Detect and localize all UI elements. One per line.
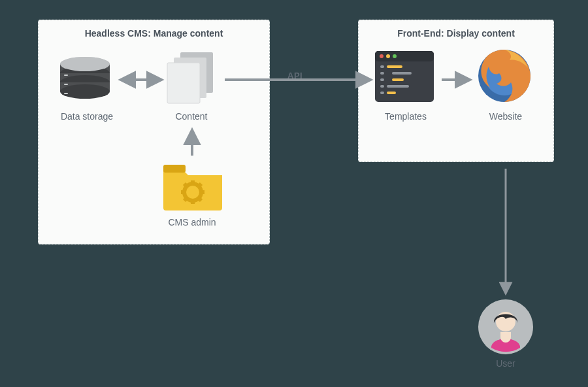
svg-point-7 <box>60 57 110 71</box>
documents-icon <box>165 51 220 107</box>
panel-headless-cms-title: Headless CMS: Manage content <box>39 28 269 39</box>
svg-rect-32 <box>380 72 384 75</box>
svg-rect-36 <box>380 85 384 88</box>
svg-rect-9 <box>64 84 68 85</box>
svg-rect-30 <box>380 65 384 68</box>
svg-rect-34 <box>380 78 384 81</box>
svg-line-23 <box>199 184 201 186</box>
svg-rect-14 <box>163 165 186 173</box>
svg-point-6 <box>60 84 110 99</box>
templates-label: Templates <box>370 111 442 122</box>
svg-point-29 <box>393 54 397 58</box>
svg-line-20 <box>184 184 187 186</box>
content-label: Content <box>162 111 221 122</box>
folder-gear-icon <box>161 161 225 212</box>
cms-admin-label: CMS admin <box>159 217 225 227</box>
svg-point-28 <box>386 54 390 58</box>
code-editor-icon <box>375 51 434 102</box>
svg-rect-38 <box>380 92 384 94</box>
api-label: API <box>287 71 302 80</box>
svg-rect-35 <box>392 78 404 81</box>
svg-rect-39 <box>387 92 396 94</box>
data-storage-label: Data storage <box>51 111 123 122</box>
user-label: User <box>473 358 538 369</box>
svg-rect-37 <box>387 85 409 88</box>
user-avatar-icon <box>478 299 533 354</box>
svg-point-24 <box>189 189 196 195</box>
svg-rect-13 <box>167 63 200 103</box>
panel-headless-cms: Headless CMS: Manage content <box>38 20 270 244</box>
svg-point-27 <box>380 54 384 58</box>
svg-rect-10 <box>64 93 68 94</box>
svg-rect-8 <box>64 75 68 76</box>
browser-icon <box>476 47 533 105</box>
svg-line-22 <box>184 198 187 201</box>
svg-rect-31 <box>387 65 402 68</box>
database-icon <box>57 56 112 105</box>
panel-front-end-title: Front-End: Display content <box>359 28 553 39</box>
website-label: Website <box>473 111 538 122</box>
svg-rect-26 <box>375 51 434 61</box>
svg-rect-33 <box>392 72 412 75</box>
svg-line-21 <box>199 198 201 201</box>
